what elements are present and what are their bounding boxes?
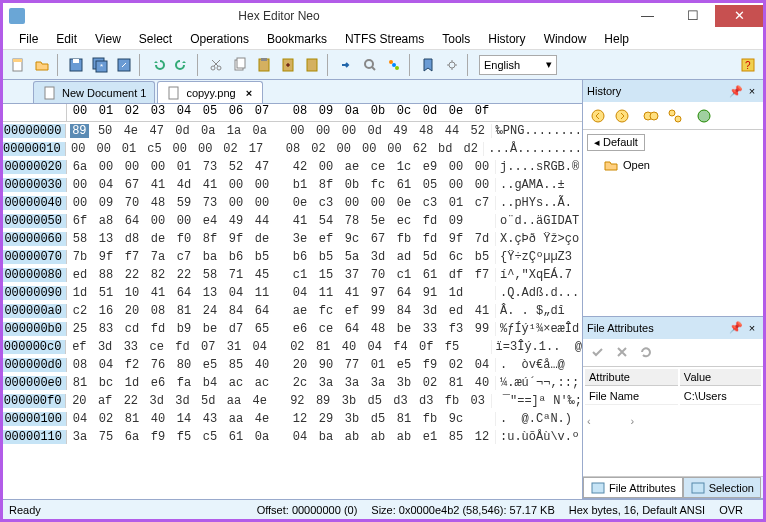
tab-new-document[interactable]: New Document 1 bbox=[33, 81, 155, 103]
menu-tools[interactable]: Tools bbox=[434, 30, 478, 48]
svg-rect-15 bbox=[307, 59, 317, 71]
hex-row[interactable]: 00000030000467414d410000b18f0bfc61050000… bbox=[3, 176, 582, 194]
help-icon[interactable]: ? bbox=[737, 54, 759, 76]
svg-rect-23 bbox=[45, 87, 54, 99]
paste-icon[interactable] bbox=[253, 54, 275, 76]
main-toolbar: * English▾ ? bbox=[3, 50, 763, 80]
svg-text:*: * bbox=[100, 62, 103, 71]
svg-rect-11 bbox=[237, 58, 245, 68]
cut-icon[interactable] bbox=[205, 54, 227, 76]
menubar: File Edit View Select Operations Bookmar… bbox=[3, 28, 763, 50]
hex-row[interactable]: 000000605813d8def08f9fde3eef9c67fbfd9f7d… bbox=[3, 230, 582, 248]
hex-row[interactable]: 000000206a000000017352474200aece1ce90000… bbox=[3, 158, 582, 176]
svg-point-9 bbox=[217, 66, 221, 70]
open-icon[interactable] bbox=[31, 54, 53, 76]
goto-icon[interactable] bbox=[335, 54, 357, 76]
menu-help[interactable]: Help bbox=[596, 30, 637, 48]
hex-row[interactable]: 00000080ed88228222587145c1153770c161dff7… bbox=[3, 266, 582, 284]
menu-file[interactable]: File bbox=[11, 30, 46, 48]
redo-icon[interactable] bbox=[171, 54, 193, 76]
status-offset: Offset: 00000000 (0) bbox=[257, 504, 358, 516]
menu-bookmarks[interactable]: Bookmarks bbox=[259, 30, 335, 48]
bookmark-icon[interactable] bbox=[417, 54, 439, 76]
menu-window[interactable]: Window bbox=[536, 30, 595, 48]
panel-close-icon[interactable]: × bbox=[745, 321, 759, 335]
menu-ntfs-streams[interactable]: NTFS Streams bbox=[337, 30, 432, 48]
find-icon[interactable] bbox=[359, 54, 381, 76]
minimize-button[interactable]: — bbox=[625, 5, 670, 27]
history-clear-icon[interactable] bbox=[693, 105, 715, 127]
history-forward-icon[interactable] bbox=[611, 105, 633, 127]
hex-row[interactable]: 000000e081bc1de6fab4acac2c3a3a3a3b028140… bbox=[3, 374, 582, 392]
tab-file-attributes[interactable]: File Attributes bbox=[583, 477, 683, 498]
save-all-icon[interactable]: * bbox=[89, 54, 111, 76]
history-tree-icon[interactable] bbox=[664, 105, 686, 127]
maximize-button[interactable]: ☐ bbox=[670, 5, 715, 27]
menu-view[interactable]: View bbox=[87, 30, 129, 48]
svg-point-30 bbox=[675, 116, 681, 122]
settings-icon[interactable] bbox=[441, 54, 463, 76]
menu-operations[interactable]: Operations bbox=[182, 30, 257, 48]
tab-copyy-png[interactable]: copyy.png × bbox=[157, 81, 263, 103]
attr-reset-icon[interactable] bbox=[611, 341, 633, 363]
attr-apply-icon[interactable] bbox=[587, 341, 609, 363]
tab-selection[interactable]: Selection bbox=[683, 477, 761, 498]
document-tabs: New Document 1 copyy.png × bbox=[3, 80, 582, 104]
menu-select[interactable]: Select bbox=[131, 30, 180, 48]
history-tab-default[interactable]: ◂ Default bbox=[587, 134, 645, 151]
language-selector[interactable]: English▾ bbox=[479, 55, 557, 75]
statusbar: Ready Offset: 00000000 (0) Size: 0x0000e… bbox=[3, 499, 763, 519]
history-branch-icon[interactable] bbox=[640, 105, 662, 127]
svg-point-31 bbox=[698, 110, 710, 122]
paste-special-icon[interactable] bbox=[277, 54, 299, 76]
save-icon[interactable] bbox=[65, 54, 87, 76]
hex-row[interactable]: 0000004000097048597300000ec300000ec301c7… bbox=[3, 194, 582, 212]
status-mode: Hex bytes, 16, Default ANSI bbox=[569, 504, 705, 516]
hex-row[interactable]: 0000000089504e470d0a1a0a0000000d49484452… bbox=[3, 122, 582, 140]
clipboard-icon[interactable] bbox=[301, 54, 323, 76]
hex-row[interactable]: 000000707b9ff77ac7bab6b5b6b55a3dad5d6cb5… bbox=[3, 248, 582, 266]
svg-point-26 bbox=[616, 110, 628, 122]
undo-icon[interactable] bbox=[147, 54, 169, 76]
svg-point-17 bbox=[389, 60, 393, 64]
hex-row[interactable]: 00000010000001c500000217080200000062bdd2… bbox=[3, 140, 582, 158]
svg-point-25 bbox=[592, 110, 604, 122]
pin-icon[interactable]: 📌 bbox=[729, 321, 743, 335]
tab-close-icon[interactable]: × bbox=[244, 87, 254, 99]
titlebar: Hex Editor Neo — ☐ ✕ bbox=[3, 3, 763, 28]
status-ovr: OVR bbox=[719, 504, 743, 516]
hex-row[interactable]: 000000b02583cdfdb9bed765e6ce6448be33f399… bbox=[3, 320, 582, 338]
svg-rect-1 bbox=[13, 59, 22, 62]
attr-refresh-icon[interactable] bbox=[635, 341, 657, 363]
status-size: Size: 0x0000e4b2 (58,546): 57.17 KB bbox=[371, 504, 554, 516]
copy-icon[interactable] bbox=[229, 54, 251, 76]
hex-row[interactable]: 000000506fa8640000e449444154785eecfd09o¨… bbox=[3, 212, 582, 230]
replace-icon[interactable] bbox=[383, 54, 405, 76]
panel-close-icon[interactable]: × bbox=[745, 84, 759, 98]
hex-editor[interactable]: 000102030405060708090a0b0c0d0e0f 0000000… bbox=[3, 104, 582, 499]
hex-row[interactable]: 000000f020af223d3d5daa4e92893bd5d3d3fb03… bbox=[3, 392, 582, 410]
svg-rect-13 bbox=[261, 58, 267, 61]
status-ready: Ready bbox=[9, 504, 41, 516]
svg-rect-33 bbox=[692, 483, 704, 493]
svg-point-28 bbox=[650, 112, 658, 120]
attributes-panel-title: File Attributes bbox=[587, 322, 727, 334]
history-item-open[interactable]: Open bbox=[587, 155, 759, 175]
hex-row[interactable]: 00000100040281401443aa4e12293bd581fb9c. … bbox=[3, 410, 582, 428]
menu-edit[interactable]: Edit bbox=[48, 30, 85, 48]
menu-history[interactable]: History bbox=[480, 30, 533, 48]
attributes-table: AttributeValue File NameC:\Users bbox=[583, 367, 763, 407]
hex-row[interactable]: 000000901d511041641304110411419764911d.Q… bbox=[3, 284, 582, 302]
svg-text:?: ? bbox=[745, 60, 751, 71]
svg-point-29 bbox=[669, 110, 675, 116]
new-icon[interactable] bbox=[7, 54, 29, 76]
hex-row[interactable]: 000000a0c216200881248464aefcef99843ded41… bbox=[3, 302, 582, 320]
hex-row[interactable]: 000001103a756af9f5c5610a04baabababe18512… bbox=[3, 428, 582, 446]
pin-icon[interactable]: 📌 bbox=[729, 84, 743, 98]
history-back-icon[interactable] bbox=[587, 105, 609, 127]
save-as-icon[interactable] bbox=[113, 54, 135, 76]
table-row[interactable]: File NameC:\Users bbox=[585, 388, 761, 405]
hex-row[interactable]: 000000d00804f27680e5854020907701e5f90204… bbox=[3, 356, 582, 374]
hex-row[interactable]: 000000c0ef3d33cefd07310402814004f40ff5ï=… bbox=[3, 338, 582, 356]
close-button[interactable]: ✕ bbox=[715, 5, 763, 27]
